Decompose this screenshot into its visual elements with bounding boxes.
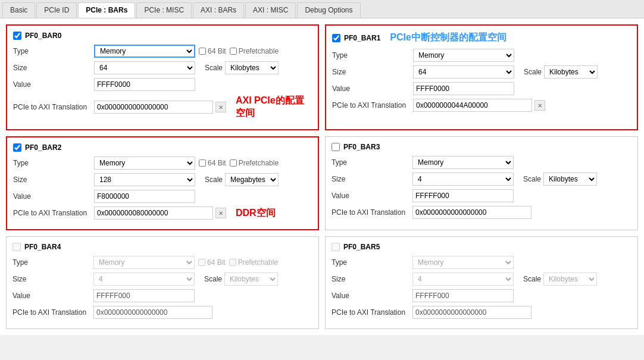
bar4-prefetchable-checkbox[interactable] [229,259,236,266]
bar3-translation-label: PCIe to AXI Translation [332,208,409,217]
bar3-size-row: Size 4 Scale KilobytesMegabytes [332,173,632,186]
bar3-scale-select[interactable]: KilobytesMegabytes [543,173,597,186]
bar0-translation-label: PCIe to AXI Translation [13,103,90,111]
bar1-value-row: Value [332,82,631,95]
bar4-size-select[interactable]: 4 [93,273,195,286]
bar4-scale-label: Scale [204,275,222,283]
bar5-value-input[interactable] [412,289,514,302]
bar4-type-select[interactable]: MemoryIO [93,256,195,269]
bar5-scale-label: Scale [523,275,541,283]
bar1-checkbox[interactable] [332,34,340,42]
bar0-checkbox[interactable] [13,32,21,40]
bar0-value-label: Value [13,80,90,89]
bar5-size-row: Size 4 Scale KilobytesMegabytes [332,273,632,286]
tab-debug-options[interactable]: Debug Options [297,2,360,18]
bar5-size-select[interactable]: 4 [412,273,514,286]
bar0-size-row: Size 64 Scale KilobytesMegabytes [13,61,312,74]
bar0-64bit-label: 64 Bit [199,47,226,55]
bar3-translation-field [412,206,532,219]
bar2-annotation: DDR空间 [236,207,276,220]
tab-basic[interactable]: Basic [2,2,35,18]
bar0-size-select[interactable]: 64 [94,61,195,74]
bar1-clear-btn[interactable]: ✕ [534,100,545,111]
bar2-translation-field: ✕ [94,206,226,220]
bar1-type-select[interactable]: MemoryIO [413,49,514,62]
bar1-scale-group: Scale KilobytesMegabytes [524,65,598,79]
bar4-size-row: Size 4 Scale KilobytesMegabytes [12,273,312,286]
bar5-type-row: Type MemoryIO [332,256,632,269]
bar2-prefetchable-checkbox[interactable] [230,159,237,167]
bar2-type-select[interactable]: MemoryIO [94,156,195,170]
bar4-translation-input[interactable] [93,306,212,319]
bar0-value-input[interactable] [94,78,195,91]
bar0-scale-group: Scale KilobytesMegabytes [205,61,279,74]
bar4-value-input[interactable] [93,289,195,302]
bar3-translation-input[interactable] [412,206,532,219]
bar3-type-select[interactable]: MemoryIO [412,156,514,169]
bar4-scale-select[interactable]: KilobytesMegabytes [224,273,278,286]
bar4-translation-label: PCIe to AXI Translation [12,308,90,317]
bar4-header: PF0_BAR4 [12,243,312,251]
bar0-type-row: Type MemoryIO 64 Bit Prefetchable [13,45,312,58]
bar5-translation-input[interactable] [412,306,532,319]
bar1-value-input[interactable] [413,82,514,95]
bar3-translation-row: PCIe to AXI Translation [332,206,632,219]
tab-bar: Basic PCIe ID PCIe : BARs PCIe : MISC AX… [0,0,644,18]
bar1-translation-field: ✕ [413,99,545,112]
bar0-header: PF0_BAR0 [13,32,312,40]
bar5-value-label: Value [332,292,409,300]
bar0-title: PF0_BAR0 [25,32,61,40]
bar2-size-row: Size 128 Scale MegabytesKilobytes [13,173,312,186]
bar4-checkbox[interactable] [12,243,21,251]
bar4-panel: PF0_BAR4 Type MemoryIO 64 Bit Prefetchab… [6,236,319,329]
bar4-64bit-checkbox[interactable] [198,259,205,266]
tab-pcie-misc[interactable]: PCIe : MISC [136,2,192,18]
bar2-checkbox[interactable] [13,143,21,152]
bar3-checkbox[interactable] [332,143,340,151]
bar5-size-label: Size [332,275,409,283]
bar3-value-input[interactable] [412,189,514,202]
bar1-size-select[interactable]: 64 [413,65,514,79]
bar5-checkbox[interactable] [332,243,340,251]
bar2-size-select[interactable]: 128 [94,173,195,186]
bar1-value-label: Value [332,84,409,93]
bar3-header: PF0_BAR3 [332,143,632,151]
bar3-type-row: Type MemoryIO [332,156,632,169]
bar2-value-input[interactable] [94,190,195,203]
bar1-translation-input[interactable] [413,99,532,112]
bar2-prefetchable-label: Prefetchable [230,159,279,167]
bar2-scale-select[interactable]: MegabytesKilobytes [225,173,279,186]
bar0-scale-select[interactable]: KilobytesMegabytes [225,61,279,74]
bar4-prefetchable-label: Prefetchable [229,258,278,267]
bar1-scale-select[interactable]: KilobytesMegabytes [544,65,598,79]
bar0-translation-input[interactable] [94,101,213,114]
bar4-size-label: Size [12,275,90,283]
bar2-size-label: Size [13,176,90,184]
bar3-panel: PF0_BAR3 Type MemoryIO Size 4 Scale Kilo… [325,136,638,230]
bar5-value-row: Value [332,289,632,302]
bar5-scale-select[interactable]: KilobytesMegabytes [543,273,597,286]
tab-axi-bars[interactable]: AXI : BARs [193,2,244,18]
bar0-64bit-checkbox[interactable] [199,48,206,55]
bar3-size-label: Size [332,175,409,183]
tab-pcie-bars[interactable]: PCIe : BARs [78,2,135,18]
bar5-type-select[interactable]: MemoryIO [412,256,514,269]
tab-pcie-id[interactable]: PCIe ID [36,2,77,18]
bar2-64bit-label: 64 Bit [199,159,226,167]
bar4-translation-field [93,306,212,319]
bar2-translation-input[interactable] [94,206,213,220]
bar2-64bit-checkbox[interactable] [199,159,206,167]
bar2-clear-btn[interactable]: ✕ [215,208,226,218]
bar4-value-label: Value [12,292,90,300]
bar2-scale-label: Scale [205,176,223,184]
main-content: PF0_BAR0 Type MemoryIO 64 Bit Prefetchab… [0,18,644,335]
bar0-prefetchable-checkbox[interactable] [230,48,237,55]
bar0-clear-btn[interactable]: ✕ [215,102,226,112]
bar1-annotation: PCIe中断控制器的配置空间 [390,32,507,44]
bar5-panel: PF0_BAR5 Type MemoryIO Size 4 Scale Kilo… [325,236,638,329]
tab-axi-misc[interactable]: AXI : MISC [245,2,296,18]
bar4-scale-group: Scale KilobytesMegabytes [204,273,278,286]
bar3-size-select[interactable]: 4 [412,173,514,186]
bar5-header: PF0_BAR5 [332,243,632,251]
bar0-type-select[interactable]: MemoryIO [94,45,195,58]
